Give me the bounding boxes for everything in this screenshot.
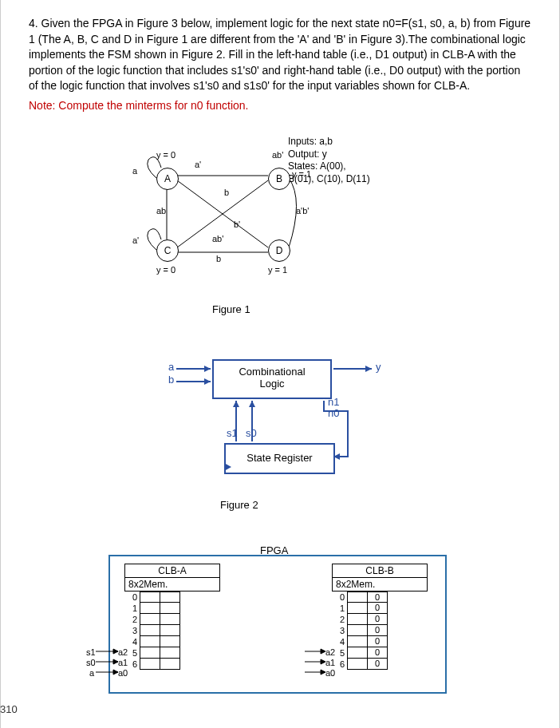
clbb-d0-5: 0 [368, 647, 388, 659]
state-a: A [156, 168, 179, 190]
output-y-label: y [376, 361, 381, 373]
n0-label: n0 [328, 407, 339, 419]
clbb-a2: a2 [325, 647, 335, 657]
svg-marker-13 [249, 401, 255, 407]
state-b: B [268, 168, 290, 190]
output-yd: y = 1 [268, 265, 287, 275]
clbb-d1-4 [347, 636, 368, 647]
clbb-idx-0: 0 [332, 592, 347, 603]
edge-a-self: a [132, 166, 137, 176]
clbb-d0-6: 0 [368, 659, 388, 670]
clbb-d1-5 [347, 647, 368, 659]
edge-ap: a' [195, 160, 201, 169]
n1-label: n1 [328, 396, 339, 408]
clbb-d1-1 [347, 603, 368, 614]
clbb-a1: a1 [325, 658, 335, 667]
clbb-d0-3: 0 [368, 625, 388, 636]
clbb-d0-1: 0 [368, 603, 388, 614]
s1-label: s1 [227, 427, 238, 439]
s0-label: s0 [246, 427, 257, 439]
edge-b-cross: b [224, 188, 229, 197]
svg-marker-19 [113, 670, 118, 675]
svg-marker-15 [113, 649, 118, 654]
output-ya: y = 0 [156, 150, 175, 160]
edge-ab: ab [156, 206, 166, 216]
figure-2-caption: Figure 2 [220, 499, 258, 511]
clb-b-title: CLB-B [332, 564, 428, 578]
clbb-idx-3: 3 [332, 625, 347, 636]
clbb-idx-2: 2 [332, 614, 347, 625]
edge-b: b [216, 254, 221, 263]
state-d: D [268, 239, 290, 262]
clbb-d0-4: 0 [368, 636, 388, 647]
input-b-label: b [168, 374, 174, 386]
side-number: 310 [0, 703, 18, 715]
question-number: 4. [29, 17, 38, 30]
question-block: 4. Given the FPGA in Figure 3 below, imp… [29, 16, 531, 94]
figure-3-fpga: FPGA CLB-A 8x2Mem. 0 1 2 3 4 5 6 a2 a1 a… [77, 543, 459, 686]
svg-marker-8 [204, 378, 211, 385]
clbb-d0-0: 0 [368, 592, 388, 603]
svg-marker-17 [113, 659, 118, 664]
figure-2-block: Combinational Logic State Register a b [164, 351, 404, 487]
output-yc: y = 0 [156, 265, 175, 275]
clbb-a0: a0 [325, 668, 335, 678]
clb-b: CLB-B 8x2Mem. 00 10 20 30 40 50 60 a2 a1… [332, 564, 428, 683]
svg-marker-12 [233, 401, 239, 407]
edge-abp-top: ab' [272, 150, 283, 160]
question-body: Given the FPGA in Figure 3 below, implem… [29, 17, 530, 92]
edge-aprbp: a'b' [296, 206, 309, 216]
clbb-idx-1: 1 [332, 603, 347, 614]
clbb-d1-0 [347, 592, 368, 603]
clbb-d1-6 [347, 659, 368, 670]
edge-bp: b' [234, 220, 240, 229]
output-yb: y = 1 [292, 169, 311, 179]
svg-marker-10 [365, 366, 372, 372]
clbb-d1-2 [347, 614, 368, 625]
svg-marker-6 [204, 366, 211, 372]
clbb-d1-3 [347, 625, 368, 636]
edge-ap-c: a' [132, 235, 139, 245]
clbb-idx-4: 4 [332, 636, 347, 647]
clb-b-mem: 8x2Mem. [332, 578, 428, 592]
state-c: C [156, 239, 179, 262]
svg-marker-11 [333, 453, 340, 460]
figure-1-caption: Figure 1 [212, 303, 250, 315]
figure-1-fsm: Inputs: a,b Output: y States: A(00), B(0… [132, 144, 372, 303]
question-note: Note: Compute the minterms for n0 functi… [29, 99, 531, 112]
edge-abp-mid: ab' [212, 234, 223, 243]
clbb-d0-2: 0 [368, 614, 388, 625]
input-a-label: a [168, 361, 174, 373]
